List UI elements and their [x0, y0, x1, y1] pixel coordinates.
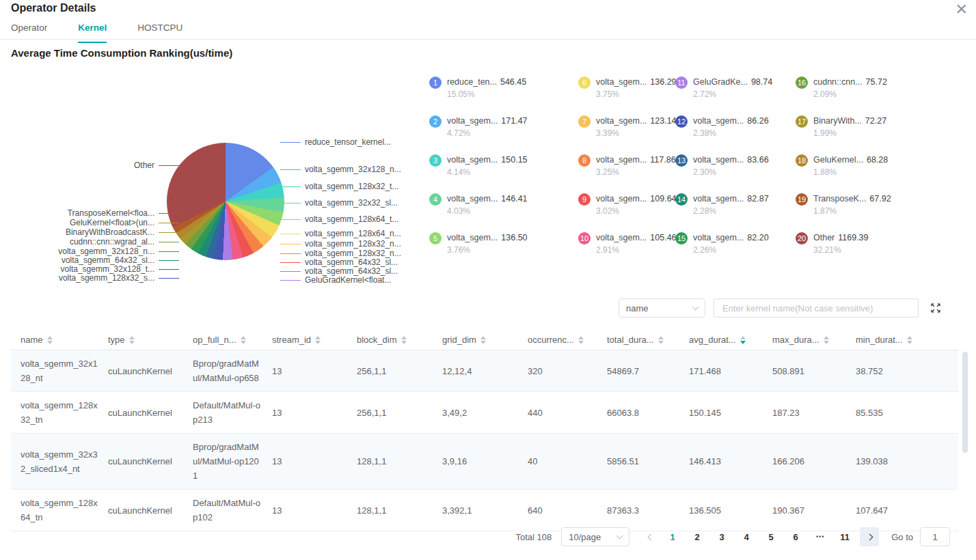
pages-ellipsis[interactable]: ••• [811, 527, 830, 546]
callout-text: BinaryWithBroadcastK... [66, 227, 154, 237]
legend-item[interactable]: 19TransposeK...67.921.87% [796, 193, 925, 232]
table-cell: Bprop/gradMatMul/MatMul-op658 [193, 350, 272, 391]
page-number-1[interactable]: 1 [663, 527, 682, 546]
page-number-4[interactable]: 4 [737, 527, 756, 546]
pie-chart[interactable] [167, 143, 284, 260]
legend-item-value: 82.87 [747, 194, 768, 204]
pie-callout-label: volta_sgemm_32x128_n... [280, 165, 401, 174]
legend-item-label: volta_sgem... [596, 155, 647, 165]
scrollbar-thumb[interactable] [962, 352, 968, 453]
legend-item[interactable]: 5volta_sgem...136.503.76% [429, 232, 578, 271]
legend-item[interactable]: 20Other1169.3932.21% [796, 232, 925, 271]
pie-callout-label: volta_sgemm_32x32_sl... [280, 198, 398, 208]
sort-icon[interactable] [658, 336, 664, 344]
pie-callout-label: volta_sgemm_32x128_t... [61, 264, 179, 274]
legend-item-label: volta_sgem... [693, 194, 744, 204]
chevron-left-icon [648, 533, 655, 540]
column-header[interactable]: stream_id [272, 330, 357, 350]
goto-label: Go to [891, 532, 913, 542]
callout-text: reduce_tensor_kernel... [305, 137, 391, 147]
legend-rank-badge: 12 [675, 115, 688, 128]
kernel-search-input[interactable] [714, 298, 919, 318]
page-number-3[interactable]: 3 [712, 527, 731, 546]
column-header[interactable]: avg_durat... [689, 330, 772, 350]
callout-text: volta_sgemm_32x32_sl... [305, 198, 398, 208]
pie-chart-area: volta_sgemm_128x32_s...volta_sgemm_32x12… [0, 65, 976, 300]
legend-item[interactable]: 12volta_sgem...86.262.38% [675, 115, 796, 154]
sort-icon[interactable] [401, 336, 407, 344]
column-header-label: grid_dim [442, 335, 476, 345]
sort-icon[interactable] [824, 336, 829, 344]
table-cell: 128,1,1 [357, 434, 442, 489]
prev-page-button[interactable] [642, 535, 660, 540]
callout-line [159, 242, 179, 242]
legend-item[interactable]: 13volta_sgem...83.662.30% [675, 154, 796, 193]
sort-icon[interactable] [241, 336, 246, 344]
sort-icon[interactable] [47, 336, 53, 344]
callout-line [280, 142, 301, 143]
column-header[interactable]: occurrenc... [528, 330, 607, 350]
tab-hostcpu[interactable]: HOSTCPU [137, 23, 182, 43]
table-cell: 166.206 [772, 434, 856, 489]
page-number-5[interactable]: 5 [761, 527, 781, 546]
legend-item[interactable]: 8volta_sgem...117.863.25% [578, 154, 675, 193]
table-cell: 38.752 [856, 350, 955, 391]
legend-rank-badge: 6 [578, 76, 591, 89]
legend-item[interactable]: 1reduce_ten...546.4515.05% [429, 76, 578, 115]
legend-item-percent: 3.25% [596, 167, 676, 177]
sort-icon[interactable] [480, 336, 486, 344]
column-header-label: total_dura... [607, 335, 654, 345]
legend-item[interactable]: 14volta_sgem...82.872.28% [675, 193, 796, 232]
legend-item[interactable]: 18GeluKernel...68.281.88% [796, 154, 925, 193]
legend-item[interactable]: 3volta_sgem...150.154.14% [429, 154, 578, 193]
search-field-select[interactable]: name [619, 298, 705, 318]
column-header[interactable]: block_dim [357, 330, 442, 350]
callout-line [159, 232, 179, 233]
fullscreen-icon[interactable] [930, 302, 942, 314]
legend-item[interactable]: 4volta_sgem...146.414.03% [429, 193, 578, 232]
legend-item[interactable]: 11GeluGradKe...98.742.72% [675, 76, 796, 115]
column-header[interactable]: name [21, 330, 108, 350]
page-number-6[interactable]: 6 [786, 527, 805, 546]
column-header[interactable]: type [108, 330, 193, 350]
page-number-11[interactable]: 11 [835, 527, 854, 546]
legend-item-value: 86.26 [747, 116, 768, 126]
page-size-select[interactable]: 10/page [561, 527, 629, 546]
legend-item[interactable]: 9volta_sgem...109.643.02% [578, 193, 675, 232]
sort-asc-icon [740, 336, 746, 339]
column-header[interactable]: total_dura... [607, 330, 689, 350]
sort-icon[interactable] [907, 336, 912, 344]
page-number-2[interactable]: 2 [688, 527, 707, 546]
table-scrollbar[interactable] [962, 352, 968, 522]
sort-desc-icon [129, 341, 135, 344]
legend-item[interactable]: 16cudnn::cnn...75.722.09% [796, 76, 925, 115]
column-header[interactable]: max_dura... [772, 330, 856, 350]
tab-kernel[interactable]: Kernel [78, 23, 107, 43]
pie-callout-label: reduce_tensor_kernel... [280, 137, 391, 147]
legend-item[interactable]: 10volta_sgem...105.462.91% [578, 232, 675, 271]
goto-page-input[interactable] [920, 527, 950, 546]
legend-rank-badge: 9 [578, 193, 591, 206]
sort-icon[interactable] [129, 336, 135, 344]
sort-asc-icon [315, 336, 321, 339]
tab-operator[interactable]: Operator [11, 23, 47, 43]
column-header[interactable]: grid_dim [442, 330, 528, 350]
callout-text: volta_sgemm_64x32_sl... [305, 266, 398, 276]
callout-line [159, 213, 179, 214]
callout-text: volta_sgemm_128x32_n... [305, 249, 401, 258]
column-header[interactable]: min_durat... [856, 330, 955, 350]
legend-item-value: 117.86 [650, 155, 675, 165]
legend-item[interactable]: 17BinaryWith...72.271.99% [796, 115, 925, 154]
table-cell: volta_sgemm_32x32_sliced1x4_nt [21, 434, 108, 489]
legend-item[interactable]: 7volta_sgem...123.143.39% [578, 115, 675, 154]
legend-rank-badge: 19 [796, 193, 808, 206]
next-page-button[interactable] [860, 527, 879, 546]
legend-item[interactable]: 2volta_sgem...171.474.72% [429, 115, 578, 154]
legend-item[interactable]: 6volta_sgem...136.293.75% [578, 76, 675, 115]
sort-icon[interactable] [315, 336, 321, 344]
sort-icon[interactable] [578, 336, 584, 344]
close-icon[interactable]: ✕ [951, 0, 972, 19]
column-header[interactable]: op_full_n... [193, 330, 272, 350]
legend-item[interactable]: 15volta_sgem...82.202.26% [675, 232, 796, 271]
sort-icon[interactable] [740, 336, 746, 344]
